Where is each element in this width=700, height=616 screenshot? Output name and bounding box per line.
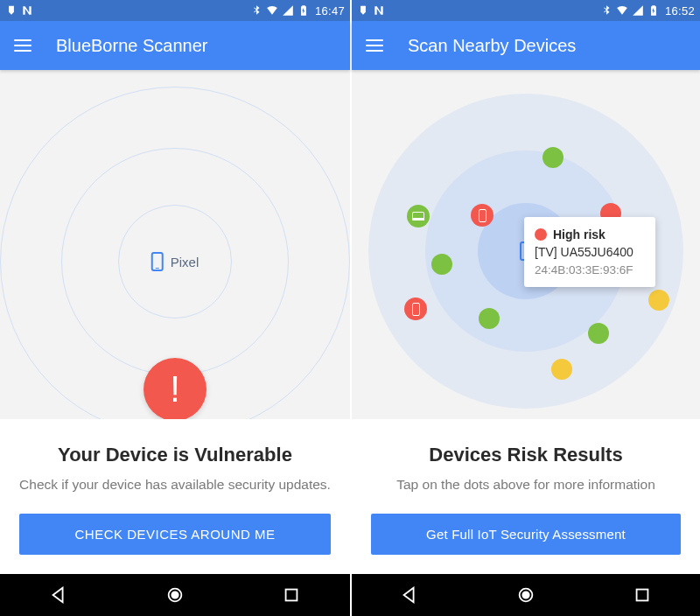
status-bar: 16:47 — [0, 0, 350, 21]
tooltip-risk-label: High risk — [553, 226, 606, 243]
result-card: Your Device is Vulnerable Check if your … — [0, 419, 350, 574]
dot-green-bottom-right[interactable] — [588, 323, 609, 344]
app-bar: Scan Nearby Devices — [352, 21, 700, 70]
android-nav-bar — [0, 574, 350, 616]
svg-rect-2 — [286, 590, 298, 601]
radar-view: Pixel ! — [0, 70, 350, 419]
nav-recent-button[interactable] — [281, 584, 302, 606]
laptop-icon — [412, 212, 424, 220]
card-heading: Devices Risk Results — [371, 444, 681, 466]
dot-red-phone-bottom[interactable] — [404, 298, 427, 320]
status-time: 16:52 — [665, 4, 695, 18]
phone-left: 16:47 BlueBorne Scanner Pixel ! Your Dev… — [0, 0, 350, 616]
app-bar-title: BlueBorne Scanner — [56, 36, 207, 56]
dot-green-top[interactable] — [542, 147, 564, 168]
bluetooth-icon — [600, 4, 612, 17]
menu-icon[interactable] — [366, 39, 383, 52]
signal-icon — [632, 4, 644, 17]
risk-dot-icon — [535, 228, 547, 241]
battery-charging-icon — [648, 4, 660, 17]
download-icon — [5, 4, 18, 17]
battery-charging-icon — [298, 4, 310, 17]
device-tooltip[interactable]: High risk [TV] UA55JU6400 24:4B:03:3E:93… — [524, 217, 655, 287]
radar-scan-view: High risk [TV] UA55JU6400 24:4B:03:3E:93… — [352, 70, 700, 419]
wifi-icon — [616, 4, 628, 17]
svg-point-4 — [522, 592, 528, 598]
bluetooth-icon — [250, 4, 262, 17]
android-nav-bar — [352, 574, 700, 616]
dot-green-laptop[interactable] — [407, 205, 430, 228]
dot-green-bottom-mid[interactable] — [479, 308, 500, 329]
menu-icon[interactable] — [14, 39, 32, 52]
card-subtext: Check if your device has available secur… — [19, 475, 331, 494]
app-bar-title: Scan Nearby Devices — [408, 36, 576, 56]
tooltip-mac: 24:4B:03:3E:93:6F — [535, 262, 645, 279]
download-icon — [357, 4, 369, 17]
status-time: 16:47 — [315, 4, 345, 18]
check-devices-button[interactable]: CHECK DEVICES AROUND ME — [19, 514, 331, 555]
android-n-icon — [373, 4, 385, 17]
dot-red-phone-top[interactable] — [471, 204, 494, 227]
get-assessment-button[interactable]: Get Full IoT Security Assessment — [371, 514, 681, 555]
nav-home-button[interactable] — [164, 584, 186, 606]
dot-yellow-bottom[interactable] — [551, 359, 572, 380]
nav-back-button[interactable] — [399, 584, 420, 606]
phone-right: 16:52 Scan Nearby Devices High risk [TV]… — [350, 0, 700, 616]
status-bar: 16:52 — [352, 0, 700, 21]
center-device: Pixel — [151, 252, 200, 271]
tooltip-device-name: [TV] UA55JU6400 — [535, 243, 645, 261]
nav-recent-button[interactable] — [632, 584, 653, 606]
phone-icon — [412, 303, 420, 316]
phone-icon — [151, 252, 164, 271]
card-subtext: Tap on the dots above for more informati… — [371, 475, 681, 494]
app-bar: BlueBorne Scanner — [0, 21, 350, 70]
dot-green-mid-left[interactable] — [431, 254, 452, 275]
wifi-icon — [266, 4, 278, 17]
result-card: Devices Risk Results Tap on the dots abo… — [352, 419, 700, 574]
svg-point-1 — [172, 592, 178, 598]
android-n-icon — [21, 4, 33, 17]
center-device-label: Pixel — [171, 255, 200, 270]
signal-icon — [282, 4, 294, 17]
alert-badge[interactable]: ! — [144, 358, 206, 419]
dot-yellow-right[interactable] — [648, 290, 669, 311]
alert-icon: ! — [170, 368, 180, 410]
nav-back-button[interactable] — [48, 584, 69, 606]
nav-home-button[interactable] — [515, 584, 536, 606]
phone-icon — [479, 209, 486, 222]
svg-rect-5 — [636, 590, 648, 601]
card-heading: Your Device is Vulnerable — [19, 444, 331, 466]
